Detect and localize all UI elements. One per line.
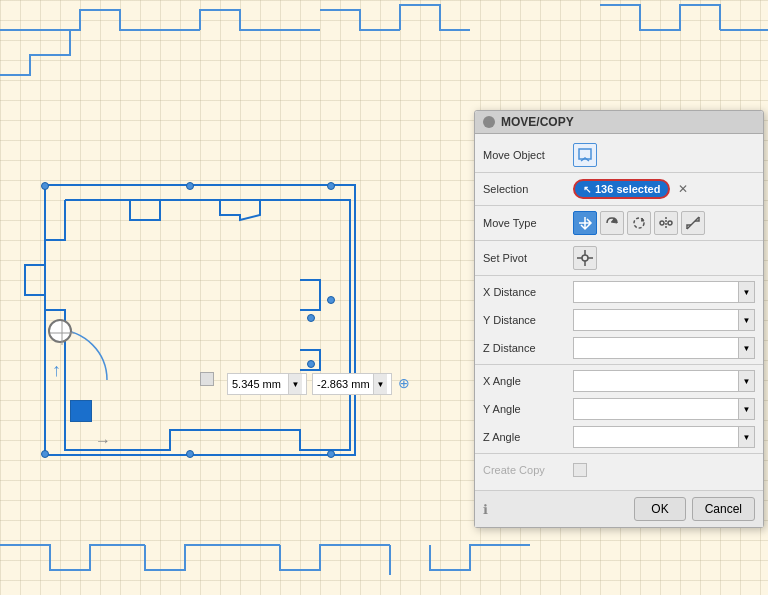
set-pivot-row: Set Pivot bbox=[475, 243, 763, 273]
selection-badge[interactable]: ↖ 136 selected bbox=[573, 179, 670, 199]
z-angle-input[interactable]: 0.0 deg bbox=[573, 426, 739, 448]
z-angle-row: Z Angle 0.0 deg ▼ bbox=[475, 423, 763, 451]
y-angle-arrow[interactable]: ▼ bbox=[739, 398, 755, 420]
divider-3 bbox=[475, 240, 763, 241]
panel-footer: ℹ OK Cancel bbox=[475, 490, 763, 527]
z-distance-content: 0.00 mm ▼ bbox=[573, 337, 755, 359]
z-distance-arrow[interactable]: ▼ bbox=[739, 337, 755, 359]
svg-point-6 bbox=[660, 221, 664, 225]
create-copy-label: Create Copy bbox=[483, 464, 573, 476]
selection-label: Selection bbox=[483, 183, 573, 195]
create-copy-checkbox[interactable] bbox=[573, 463, 587, 477]
z-distance-row: Z Distance 0.00 mm ▼ bbox=[475, 334, 763, 362]
y-distance-arrow[interactable]: ▼ bbox=[739, 309, 755, 331]
divider-1 bbox=[475, 172, 763, 173]
move-type-mirror[interactable] bbox=[654, 211, 678, 235]
ok-button[interactable]: OK bbox=[634, 497, 685, 521]
y-distance-input[interactable]: -2.863 mm bbox=[573, 309, 739, 331]
z-angle-field-wrap: 0.0 deg ▼ bbox=[573, 426, 755, 448]
move-type-rotate-path[interactable] bbox=[600, 211, 624, 235]
handle-mid-right[interactable] bbox=[327, 296, 335, 304]
selection-clear-btn[interactable]: ✕ bbox=[678, 182, 688, 196]
divider-2 bbox=[475, 205, 763, 206]
x-distance-label: X Distance bbox=[483, 286, 573, 298]
z-distance-label: Z Distance bbox=[483, 342, 573, 354]
handle-bot-right[interactable] bbox=[327, 450, 335, 458]
panel-header: MOVE/COPY bbox=[475, 111, 763, 134]
set-pivot-label: Set Pivot bbox=[483, 252, 573, 264]
move-type-row: Move Type bbox=[475, 208, 763, 238]
move-object-content bbox=[573, 143, 755, 167]
divider-4 bbox=[475, 275, 763, 276]
x-angle-row: X Angle 0.0 deg ▼ bbox=[475, 367, 763, 395]
panel-header-icon bbox=[483, 116, 495, 128]
y-angle-input[interactable]: 0.0 deg bbox=[573, 398, 739, 420]
z-distance-input[interactable]: 0.00 mm bbox=[573, 337, 739, 359]
handle-bot-left[interactable] bbox=[41, 450, 49, 458]
move-type-group bbox=[573, 211, 705, 235]
z-angle-content: 0.0 deg ▼ bbox=[573, 426, 755, 448]
cancel-button[interactable]: Cancel bbox=[692, 497, 755, 521]
y-angle-field-wrap: 0.0 deg ▼ bbox=[573, 398, 755, 420]
x-angle-input[interactable]: 0.0 deg bbox=[573, 370, 739, 392]
x-distance-arrow[interactable]: ▼ bbox=[739, 281, 755, 303]
y-distance-row: Y Distance -2.863 mm ▼ bbox=[475, 306, 763, 334]
pivot-circle bbox=[48, 319, 72, 343]
x-dim-arrow[interactable]: ▼ bbox=[288, 374, 302, 394]
create-copy-row: Create Copy bbox=[475, 456, 763, 484]
x-angle-content: 0.0 deg ▼ bbox=[573, 370, 755, 392]
z-angle-arrow[interactable]: ▼ bbox=[739, 426, 755, 448]
y-angle-label: Y Angle bbox=[483, 403, 573, 415]
arrow-right-icon: → bbox=[95, 432, 111, 450]
y-distance-label: Y Distance bbox=[483, 314, 573, 326]
svg-point-7 bbox=[668, 221, 672, 225]
y-angle-content: 0.0 deg ▼ bbox=[573, 398, 755, 420]
handle-right3[interactable] bbox=[307, 360, 315, 368]
move-type-label: Move Type bbox=[483, 217, 573, 229]
move-object-label: Move Object bbox=[483, 149, 573, 161]
move-type-rotate[interactable] bbox=[627, 211, 651, 235]
y-dim-arrow[interactable]: ▼ bbox=[373, 374, 387, 394]
move-type-translate[interactable] bbox=[573, 211, 597, 235]
move-type-content bbox=[573, 211, 755, 235]
x-distance-content: 5.345 mm ▼ bbox=[573, 281, 755, 303]
z-angle-label: Z Angle bbox=[483, 431, 573, 443]
handle-right2[interactable] bbox=[307, 314, 315, 322]
x-angle-arrow[interactable]: ▼ bbox=[739, 370, 755, 392]
x-angle-field-wrap: 0.0 deg ▼ bbox=[573, 370, 755, 392]
y-distance-content: -2.863 mm ▼ bbox=[573, 309, 755, 331]
selection-content: ↖ 136 selected ✕ bbox=[573, 179, 755, 199]
svg-point-9 bbox=[582, 255, 588, 261]
x-dim-input[interactable]: 5.345 mm bbox=[228, 378, 288, 390]
info-icon[interactable]: ℹ bbox=[483, 502, 488, 517]
handle-bot-mid[interactable] bbox=[186, 450, 194, 458]
handle-top-left[interactable] bbox=[41, 182, 49, 190]
x-distance-input[interactable]: 5.345 mm bbox=[573, 281, 739, 303]
move-type-scale[interactable] bbox=[681, 211, 705, 235]
move-copy-panel: MOVE/COPY Move Object Selection ↖ 136 se… bbox=[474, 110, 764, 528]
divider-5 bbox=[475, 364, 763, 365]
move-object-btn[interactable] bbox=[573, 143, 597, 167]
expand-dim-icon[interactable]: ⊕ bbox=[398, 375, 410, 391]
y-dimension-bar[interactable]: -2.863 mm ▼ bbox=[312, 373, 392, 395]
move-object-icon bbox=[70, 400, 92, 422]
y-distance-field-wrap: -2.863 mm ▼ bbox=[573, 309, 755, 331]
dim-marker bbox=[200, 372, 214, 386]
move-object-row: Move Object bbox=[475, 140, 763, 170]
arrow-up-icon: ↑ bbox=[52, 360, 61, 381]
selection-count: 136 selected bbox=[595, 183, 660, 195]
y-angle-row: Y Angle 0.0 deg ▼ bbox=[475, 395, 763, 423]
panel-body: Move Object Selection ↖ 136 selected ✕ M… bbox=[475, 134, 763, 490]
set-pivot-btn[interactable] bbox=[573, 246, 597, 270]
handle-top-right[interactable] bbox=[327, 182, 335, 190]
svg-line-8 bbox=[687, 217, 699, 229]
panel-title: MOVE/COPY bbox=[501, 115, 574, 129]
selection-row: Selection ↖ 136 selected ✕ bbox=[475, 175, 763, 203]
divider-6 bbox=[475, 453, 763, 454]
x-dimension-bar[interactable]: 5.345 mm ▼ bbox=[227, 373, 307, 395]
set-pivot-content bbox=[573, 246, 755, 270]
cursor-icon: ↖ bbox=[583, 184, 591, 195]
x-angle-label: X Angle bbox=[483, 375, 573, 387]
handle-top-mid[interactable] bbox=[186, 182, 194, 190]
y-dim-input[interactable]: -2.863 mm bbox=[313, 378, 373, 390]
